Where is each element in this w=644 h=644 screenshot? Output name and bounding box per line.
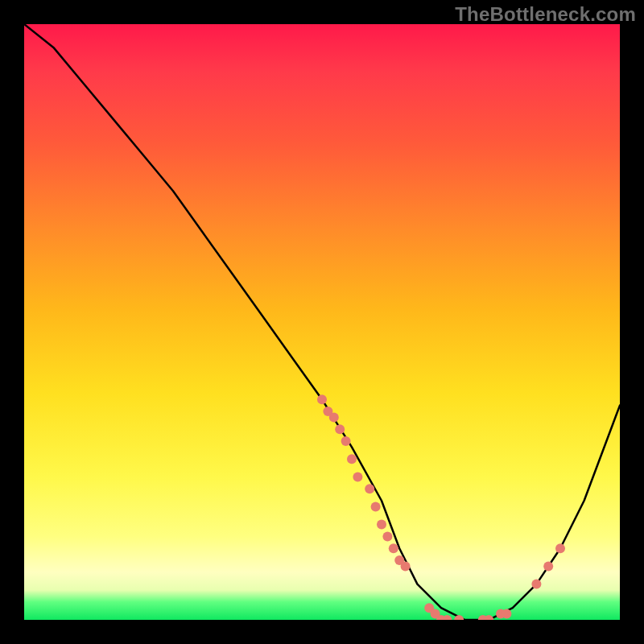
- data-point: [341, 436, 351, 446]
- data-point: [317, 394, 327, 404]
- bottleneck-chart: [24, 24, 620, 620]
- data-point: [329, 412, 339, 422]
- data-point: [377, 520, 386, 530]
- data-point: [484, 615, 493, 620]
- data-point: [347, 454, 357, 464]
- data-point: [353, 472, 362, 481]
- data-point: [371, 502, 381, 511]
- chart-area: [24, 24, 620, 620]
- data-point: [502, 609, 511, 619]
- data-point: [401, 561, 411, 571]
- bottleneck-curve-path: [24, 24, 620, 620]
- data-point: [382, 531, 392, 541]
- watermark-text: TheBottleneck.com: [455, 3, 636, 26]
- data-point: [555, 543, 565, 553]
- data-point: [335, 424, 345, 434]
- data-point: [543, 561, 553, 571]
- data-point: [531, 580, 541, 589]
- data-point: [365, 484, 374, 493]
- data-point: [442, 615, 452, 620]
- data-point: [389, 543, 398, 553]
